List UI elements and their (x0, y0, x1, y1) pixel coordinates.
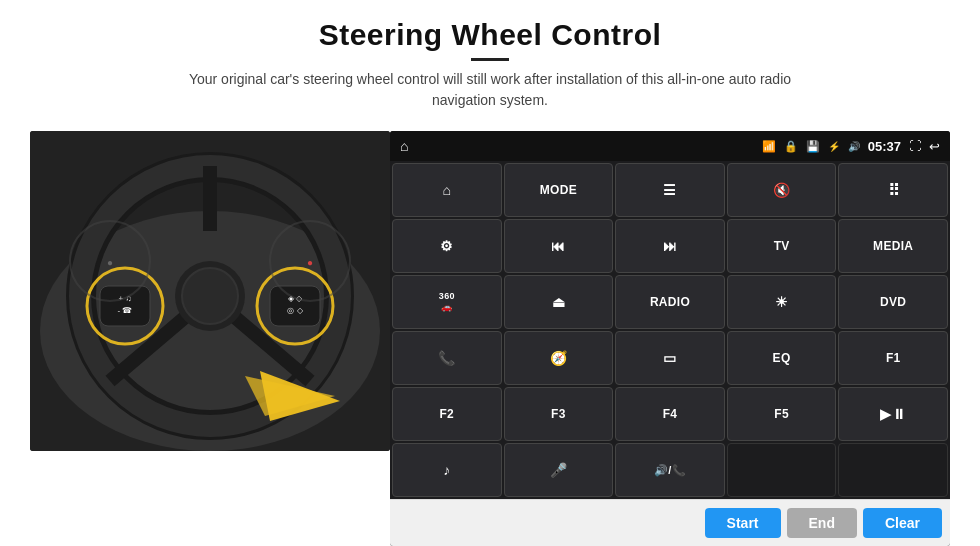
start-button[interactable]: Start (705, 508, 781, 538)
btn-apps[interactable]: ⠿ (838, 163, 948, 217)
btn-media[interactable]: MEDIA (838, 219, 948, 273)
button-grid: ⌂ MODE ☰ 🔇 ⠿ ⚙ ⏮ (390, 161, 950, 499)
eject-icon: ⏏ (552, 294, 565, 310)
svg-point-9 (182, 268, 238, 324)
lock-icon: 🔒 (784, 140, 798, 153)
sd-icon: 💾 (806, 140, 820, 153)
steering-wheel-image: + ♫ - ☎ ◈ ◇ ◎ ◇ ● ● (30, 131, 390, 451)
btn-f2[interactable]: F2 (392, 387, 502, 441)
btn-tv[interactable]: TV (727, 219, 837, 273)
svg-text:- ☎: - ☎ (118, 306, 133, 315)
home-status-icon: ⌂ (400, 138, 408, 154)
btn-empty2 (838, 443, 948, 497)
vol-phone-icon: 🔊/📞 (654, 464, 686, 477)
title-divider (471, 58, 509, 61)
play-pause-icon: ▶⏸ (880, 406, 906, 422)
btn-vol-mute[interactable]: 🔇 (727, 163, 837, 217)
btn-f1[interactable]: F1 (838, 331, 948, 385)
page-title: Steering Wheel Control (170, 18, 810, 52)
content-row: + ♫ - ☎ ◈ ◇ ◎ ◇ ● ● (30, 131, 950, 546)
btn-radio[interactable]: RADIO (615, 275, 725, 329)
apps-icon: ⠿ (888, 181, 899, 200)
mirror-icon: ▭ (663, 350, 676, 366)
prev-icon: ⏮ (551, 238, 565, 254)
home-icon: ⌂ (442, 182, 451, 198)
btn-next[interactable]: ⏭ (615, 219, 725, 273)
back-icon: ↩ (929, 139, 940, 154)
navi-icon: 🧭 (550, 350, 567, 366)
btn-home[interactable]: ⌂ (392, 163, 502, 217)
subtitle: Your original car's steering wheel contr… (170, 69, 810, 111)
btn-music[interactable]: ♪ (392, 443, 502, 497)
phone-icon: 📞 (438, 350, 455, 366)
btn-play-pause[interactable]: ▶⏸ (838, 387, 948, 441)
vol-mute-icon: 🔇 (773, 182, 790, 198)
settings-icon: ⚙ (440, 238, 453, 254)
btn-list[interactable]: ☰ (615, 163, 725, 217)
btn-eject[interactable]: ⏏ (504, 275, 614, 329)
btn-brightness[interactable]: ☀ (727, 275, 837, 329)
status-right: 📶 🔒 💾 ⚡ 🔊 05:37 ⛶ ↩ (762, 139, 940, 154)
btn-eq[interactable]: EQ (727, 331, 837, 385)
btn-dvd[interactable]: DVD (838, 275, 948, 329)
wifi-icon: 📶 (762, 140, 776, 153)
status-time: 05:37 (868, 139, 901, 154)
music-icon: ♪ (443, 462, 450, 478)
btn-mirror[interactable]: ▭ (615, 331, 725, 385)
status-bar: ⌂ 📶 🔒 💾 ⚡ 🔊 05:37 ⛶ ↩ (390, 131, 950, 161)
vol-icon: 🔊 (848, 141, 860, 152)
btn-navi[interactable]: 🧭 (504, 331, 614, 385)
btn-empty1 (727, 443, 837, 497)
status-left: ⌂ (400, 138, 408, 154)
btn-settings[interactable]: ⚙ (392, 219, 502, 273)
btn-360cam[interactable]: 360 🚗 (392, 275, 502, 329)
svg-text:◎ ◇: ◎ ◇ (287, 306, 303, 315)
clear-button[interactable]: Clear (863, 508, 942, 538)
btn-f4[interactable]: F4 (615, 387, 725, 441)
list-icon: ☰ (663, 182, 676, 198)
cam-360-icon: 360 🚗 (439, 291, 455, 313)
btn-phone[interactable]: 📞 (392, 331, 502, 385)
fullscreen-icon: ⛶ (909, 139, 921, 153)
btn-mic[interactable]: 🎤 (504, 443, 614, 497)
brightness-icon: ☀ (775, 294, 788, 310)
svg-text:●: ● (107, 257, 113, 268)
bottom-action-bar: Start End Clear (390, 499, 950, 546)
radio-ui-panel: ⌂ 📶 🔒 💾 ⚡ 🔊 05:37 ⛶ ↩ ⌂ (390, 131, 950, 546)
end-button[interactable]: End (787, 508, 857, 538)
mic-icon: 🎤 (550, 462, 567, 478)
btn-f3[interactable]: F3 (504, 387, 614, 441)
next-icon: ⏭ (663, 238, 677, 254)
btn-prev[interactable]: ⏮ (504, 219, 614, 273)
title-section: Steering Wheel Control Your original car… (170, 18, 810, 123)
btn-mode[interactable]: MODE (504, 163, 614, 217)
svg-text:●: ● (307, 257, 313, 268)
bt-icon: ⚡ (828, 141, 840, 152)
btn-f5[interactable]: F5 (727, 387, 837, 441)
btn-vol-phone[interactable]: 🔊/📞 (615, 443, 725, 497)
page-wrapper: Steering Wheel Control Your original car… (0, 0, 980, 546)
